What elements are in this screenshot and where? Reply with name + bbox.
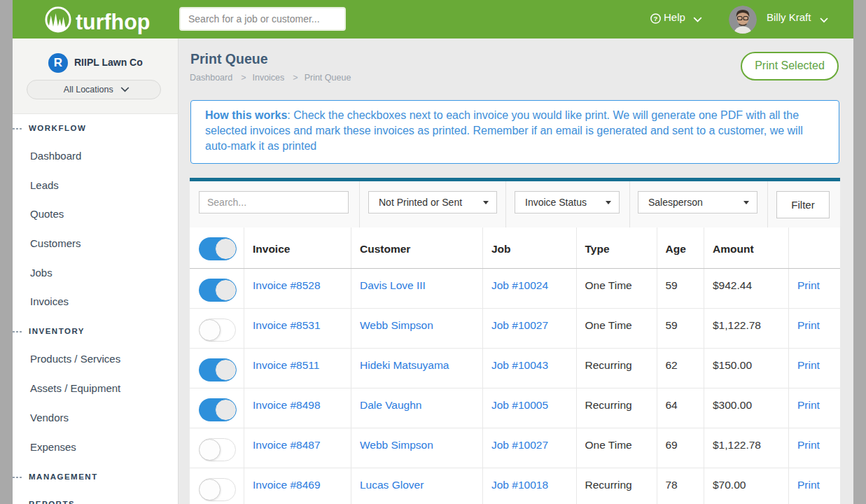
svg-text:?: ? bbox=[654, 15, 658, 22]
